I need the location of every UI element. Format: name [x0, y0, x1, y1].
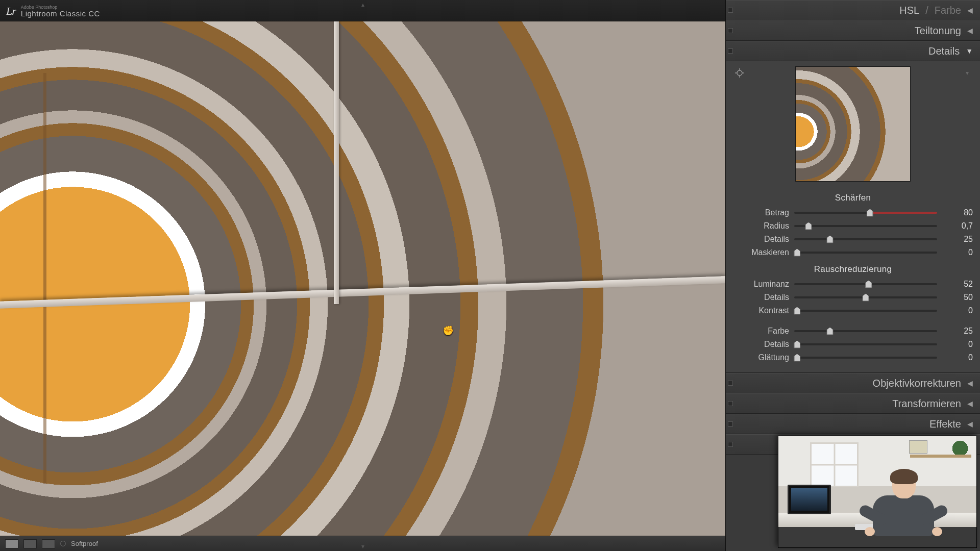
view-mode-loupe-button[interactable]	[5, 539, 18, 548]
detail-preview-thumbnail[interactable]	[795, 66, 911, 182]
image-canvas[interactable]: ✊	[0, 21, 725, 536]
panel-switch-icon[interactable]	[728, 48, 733, 54]
panel-switch-icon[interactable]	[728, 421, 733, 427]
panel-switch-icon[interactable]	[728, 28, 733, 33]
panel-title-teiltonung: Teiltonung	[915, 25, 961, 37]
webcam-overlay	[778, 436, 977, 548]
details-panel: ▾ Schärfen Betrag 80 Radius 0,7 Details …	[726, 61, 980, 373]
slider-luminanz[interactable]: Luminanz 52	[733, 278, 973, 291]
softproof-label: Softproof	[71, 540, 98, 547]
viewer-toolbar: Softproof ▾	[0, 536, 725, 551]
panel-header-details[interactable]: Details ▼	[726, 41, 980, 61]
collapse-icon[interactable]: ◀	[967, 399, 973, 408]
panel-toggle-bottom-icon[interactable]: ▾	[361, 543, 364, 550]
collapse-icon[interactable]: ◀	[967, 27, 973, 35]
brand-line2: Lightroom Classic CC	[21, 10, 100, 17]
panel-title-details: Details	[928, 45, 960, 57]
photo-rail	[334, 21, 339, 304]
sharpen-section-title: Schärfen	[733, 193, 973, 203]
expand-icon[interactable]: ▼	[966, 47, 973, 55]
panel-title-farbe: Farbe	[935, 5, 961, 16]
panel-title-effekte: Effekte	[929, 418, 961, 430]
detail-target-picker-icon[interactable]	[735, 68, 744, 78]
slider-betrag[interactable]: Betrag 80	[733, 206, 973, 219]
view-mode-survey-button[interactable]	[42, 539, 55, 548]
webcam-monitor	[788, 485, 831, 514]
panel-title-transform: Transformieren	[892, 398, 961, 410]
slider-kontrast[interactable]: Kontrast 0	[733, 304, 973, 317]
collapse-icon[interactable]: ◀	[967, 379, 973, 387]
webcam-window	[810, 442, 859, 487]
panel-header-effekte[interactable]: Effekte ◀	[726, 414, 980, 434]
slider-radius[interactable]: Radius 0,7	[733, 219, 973, 233]
main-view: Lr Adobe Photoshop Lightroom Classic CC …	[0, 0, 726, 551]
panel-switch-icon[interactable]	[728, 8, 733, 13]
panel-switch-icon[interactable]	[728, 442, 733, 447]
collapse-icon[interactable]: ◀	[967, 420, 973, 428]
slider-details-sharp[interactable]: Details 25	[733, 233, 973, 246]
noise-section-title: Rauschreduzierung	[733, 264, 973, 274]
panel-title-hsl: HSL	[899, 5, 919, 16]
slider-maskieren[interactable]: Maskieren 0	[733, 246, 973, 259]
collapse-icon[interactable]: ◀	[967, 6, 973, 14]
webcam-person	[868, 471, 939, 545]
slider-farbe[interactable]: Farbe 25	[733, 324, 973, 338]
view-mode-compare-button[interactable]	[23, 539, 37, 548]
panel-header-hsl[interactable]: HSL/Farbe ◀	[726, 0, 980, 20]
app-header: Lr Adobe Photoshop Lightroom Classic CC …	[0, 0, 725, 21]
panel-header-objektiv[interactable]: Objektivkorrekturen ◀	[726, 373, 980, 393]
softproof-toggle[interactable]	[60, 541, 66, 546]
app-logo: Lr	[6, 5, 16, 18]
hand-cursor-icon: ✊	[443, 325, 454, 336]
svg-point-0	[737, 70, 742, 76]
panel-title-objektiv: Objektivkorrekturen	[873, 378, 961, 389]
panel-header-transform[interactable]: Transformieren ◀	[726, 393, 980, 414]
panel-toggle-top-icon[interactable]: ▴	[361, 1, 364, 8]
develop-sidebar: HSL/Farbe ◀ Teiltonung ◀ Details ▼ ▾ Sch…	[726, 0, 980, 551]
slider-glaettung[interactable]: Glättung 0	[733, 351, 973, 364]
detail-zoom-menu-icon[interactable]: ▾	[966, 69, 969, 77]
slider-color-details[interactable]: Details 0	[733, 338, 973, 351]
panel-header-teiltonung[interactable]: Teiltonung ◀	[726, 20, 980, 41]
panel-switch-icon[interactable]	[728, 381, 733, 386]
panel-switch-icon[interactable]	[728, 401, 733, 406]
slider-noise-details[interactable]: Details 50	[733, 291, 973, 304]
photo-spiral-staircase	[0, 21, 725, 536]
